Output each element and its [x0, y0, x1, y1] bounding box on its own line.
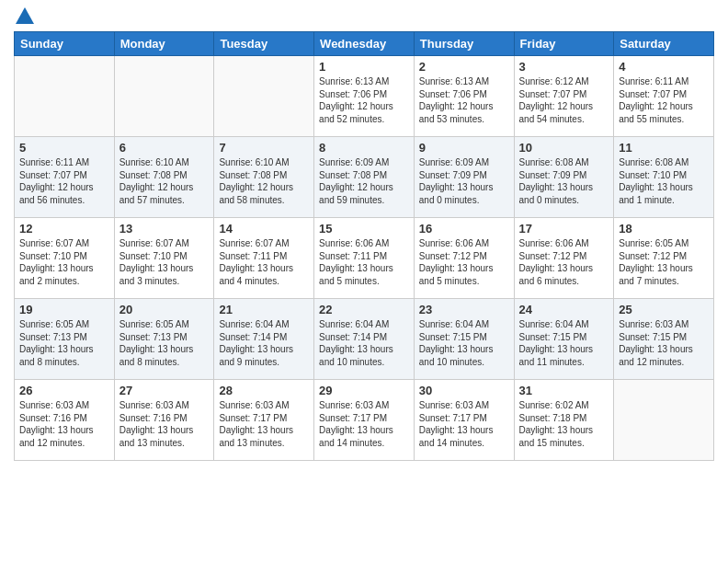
logo: [14, 9, 34, 24]
day-number: 24: [519, 303, 609, 316]
day-info: Sunrise: 6:03 AM Sunset: 7:17 PM Dayligh…: [219, 399, 309, 449]
weekday-header-sunday: Sunday: [15, 32, 115, 56]
calendar-day-cell: 17Sunrise: 6:06 AM Sunset: 7:12 PM Dayli…: [514, 218, 614, 299]
day-number: 12: [19, 222, 109, 236]
calendar-day-cell: [114, 56, 214, 137]
day-number: 11: [619, 141, 709, 155]
calendar-day-cell: 22Sunrise: 6:04 AM Sunset: 7:14 PM Dayli…: [314, 299, 415, 380]
calendar-day-cell: 11Sunrise: 6:08 AM Sunset: 7:10 PM Dayli…: [614, 137, 714, 218]
calendar-day-cell: 8Sunrise: 6:09 AM Sunset: 7:08 PM Daylig…: [314, 137, 415, 218]
calendar-day-cell: 4Sunrise: 6:11 AM Sunset: 7:07 PM Daylig…: [614, 56, 714, 137]
calendar-day-cell: 18Sunrise: 6:05 AM Sunset: 7:12 PM Dayli…: [614, 218, 714, 299]
day-info: Sunrise: 6:02 AM Sunset: 7:18 PM Dayligh…: [519, 399, 609, 449]
day-info: Sunrise: 6:10 AM Sunset: 7:08 PM Dayligh…: [219, 156, 309, 206]
day-info: Sunrise: 6:13 AM Sunset: 7:06 PM Dayligh…: [319, 75, 409, 125]
day-number: 15: [319, 222, 409, 236]
day-info: Sunrise: 6:04 AM Sunset: 7:14 PM Dayligh…: [219, 318, 309, 368]
day-info: Sunrise: 6:08 AM Sunset: 7:09 PM Dayligh…: [519, 156, 609, 206]
day-info: Sunrise: 6:05 AM Sunset: 7:13 PM Dayligh…: [119, 318, 210, 368]
day-number: 2: [419, 60, 509, 74]
day-info: Sunrise: 6:03 AM Sunset: 7:16 PM Dayligh…: [19, 399, 109, 449]
day-number: 27: [119, 384, 210, 397]
day-info: Sunrise: 6:11 AM Sunset: 7:07 PM Dayligh…: [619, 75, 709, 125]
day-number: 28: [219, 384, 309, 397]
calendar-day-cell: 30Sunrise: 6:03 AM Sunset: 7:17 PM Dayli…: [414, 380, 514, 461]
calendar-day-cell: 9Sunrise: 6:09 AM Sunset: 7:09 PM Daylig…: [414, 137, 514, 218]
weekday-header-saturday: Saturday: [614, 32, 714, 56]
day-info: Sunrise: 6:05 AM Sunset: 7:13 PM Dayligh…: [19, 318, 109, 368]
day-info: Sunrise: 6:06 AM Sunset: 7:11 PM Dayligh…: [319, 237, 409, 287]
day-info: Sunrise: 6:07 AM Sunset: 7:11 PM Dayligh…: [219, 237, 309, 287]
day-info: Sunrise: 6:12 AM Sunset: 7:07 PM Dayligh…: [519, 75, 609, 125]
day-info: Sunrise: 6:04 AM Sunset: 7:15 PM Dayligh…: [419, 318, 509, 368]
weekday-header-row: SundayMondayTuesdayWednesdayThursdayFrid…: [15, 32, 714, 56]
calendar-day-cell: [214, 56, 314, 137]
day-number: 18: [619, 222, 709, 236]
weekday-header-thursday: Thursday: [414, 32, 514, 56]
day-number: 9: [419, 141, 509, 155]
calendar-day-cell: 2Sunrise: 6:13 AM Sunset: 7:06 PM Daylig…: [414, 56, 514, 137]
day-number: 1: [319, 60, 409, 74]
day-info: Sunrise: 6:03 AM Sunset: 7:16 PM Dayligh…: [119, 399, 210, 449]
calendar-week-row: 19Sunrise: 6:05 AM Sunset: 7:13 PM Dayli…: [15, 299, 714, 380]
calendar-week-row: 26Sunrise: 6:03 AM Sunset: 7:16 PM Dayli…: [15, 380, 714, 461]
day-number: 7: [219, 141, 309, 155]
day-number: 8: [319, 141, 409, 155]
calendar-day-cell: 20Sunrise: 6:05 AM Sunset: 7:13 PM Dayli…: [114, 299, 214, 380]
day-number: 6: [119, 141, 210, 155]
calendar-day-cell: 25Sunrise: 6:03 AM Sunset: 7:15 PM Dayli…: [614, 299, 714, 380]
day-number: 29: [319, 384, 409, 397]
day-number: 5: [19, 141, 109, 155]
day-number: 14: [219, 222, 309, 236]
day-number: 31: [519, 384, 609, 397]
header: [14, 9, 714, 24]
calendar-day-cell: 12Sunrise: 6:07 AM Sunset: 7:10 PM Dayli…: [15, 218, 115, 299]
day-number: 30: [419, 384, 509, 397]
day-number: 3: [519, 60, 609, 74]
calendar-day-cell: 26Sunrise: 6:03 AM Sunset: 7:16 PM Dayli…: [15, 380, 115, 461]
calendar-day-cell: 24Sunrise: 6:04 AM Sunset: 7:15 PM Dayli…: [514, 299, 614, 380]
day-info: Sunrise: 6:04 AM Sunset: 7:14 PM Dayligh…: [319, 318, 409, 368]
calendar-day-cell: 7Sunrise: 6:10 AM Sunset: 7:08 PM Daylig…: [214, 137, 314, 218]
calendar-day-cell: 3Sunrise: 6:12 AM Sunset: 7:07 PM Daylig…: [514, 56, 614, 137]
day-number: 13: [119, 222, 210, 236]
calendar-day-cell: 28Sunrise: 6:03 AM Sunset: 7:17 PM Dayli…: [214, 380, 314, 461]
weekday-header-wednesday: Wednesday: [314, 32, 415, 56]
calendar-table: SundayMondayTuesdayWednesdayThursdayFrid…: [14, 31, 714, 461]
day-number: 16: [419, 222, 509, 236]
day-info: Sunrise: 6:07 AM Sunset: 7:10 PM Dayligh…: [19, 237, 109, 287]
day-info: Sunrise: 6:09 AM Sunset: 7:09 PM Dayligh…: [419, 156, 509, 206]
calendar-day-cell: 31Sunrise: 6:02 AM Sunset: 7:18 PM Dayli…: [514, 380, 614, 461]
day-info: Sunrise: 6:03 AM Sunset: 7:17 PM Dayligh…: [319, 399, 409, 449]
calendar-week-row: 12Sunrise: 6:07 AM Sunset: 7:10 PM Dayli…: [15, 218, 714, 299]
calendar-day-cell: 23Sunrise: 6:04 AM Sunset: 7:15 PM Dayli…: [414, 299, 514, 380]
day-info: Sunrise: 6:03 AM Sunset: 7:15 PM Dayligh…: [619, 318, 709, 368]
calendar-day-cell: 13Sunrise: 6:07 AM Sunset: 7:10 PM Dayli…: [114, 218, 214, 299]
weekday-header-monday: Monday: [114, 32, 214, 56]
day-number: 4: [619, 60, 709, 74]
day-info: Sunrise: 6:09 AM Sunset: 7:08 PM Dayligh…: [319, 156, 409, 206]
day-info: Sunrise: 6:07 AM Sunset: 7:10 PM Dayligh…: [119, 237, 210, 287]
day-number: 26: [19, 384, 109, 397]
calendar-day-cell: 5Sunrise: 6:11 AM Sunset: 7:07 PM Daylig…: [15, 137, 115, 218]
day-info: Sunrise: 6:10 AM Sunset: 7:08 PM Dayligh…: [119, 156, 210, 206]
calendar-day-cell: 1Sunrise: 6:13 AM Sunset: 7:06 PM Daylig…: [314, 56, 415, 137]
day-info: Sunrise: 6:05 AM Sunset: 7:12 PM Dayligh…: [619, 237, 709, 287]
calendar-day-cell: 15Sunrise: 6:06 AM Sunset: 7:11 PM Dayli…: [314, 218, 415, 299]
calendar-day-cell: 16Sunrise: 6:06 AM Sunset: 7:12 PM Dayli…: [414, 218, 514, 299]
page: SundayMondayTuesdayWednesdayThursdayFrid…: [0, 0, 728, 475]
day-info: Sunrise: 6:06 AM Sunset: 7:12 PM Dayligh…: [419, 237, 509, 287]
calendar-day-cell: 6Sunrise: 6:10 AM Sunset: 7:08 PM Daylig…: [114, 137, 214, 218]
day-number: 10: [519, 141, 609, 155]
calendar-day-cell: 14Sunrise: 6:07 AM Sunset: 7:11 PM Dayli…: [214, 218, 314, 299]
day-number: 23: [419, 303, 509, 316]
calendar-week-row: 1Sunrise: 6:13 AM Sunset: 7:06 PM Daylig…: [15, 56, 714, 137]
day-info: Sunrise: 6:06 AM Sunset: 7:12 PM Dayligh…: [519, 237, 609, 287]
weekday-header-tuesday: Tuesday: [214, 32, 314, 56]
logo-triangle-icon: [16, 7, 34, 24]
day-info: Sunrise: 6:03 AM Sunset: 7:17 PM Dayligh…: [419, 399, 509, 449]
calendar-day-cell: [614, 380, 714, 461]
weekday-header-friday: Friday: [514, 32, 614, 56]
day-info: Sunrise: 6:08 AM Sunset: 7:10 PM Dayligh…: [619, 156, 709, 206]
day-number: 22: [319, 303, 409, 316]
